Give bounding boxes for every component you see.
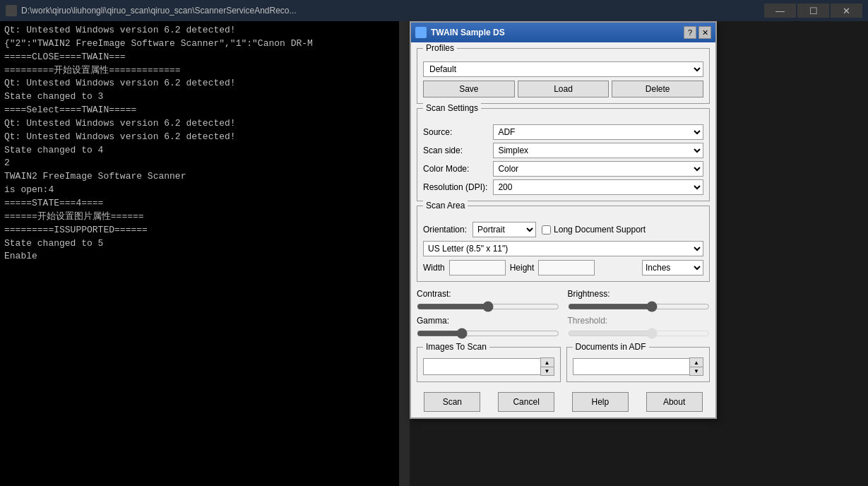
long-doc-label: Long Document Support xyxy=(542,225,646,235)
twain-dialog: TWAIN Sample DS ? ✕ Profiles Default Sav… xyxy=(410,21,717,419)
scan-area-legend: Scan Area xyxy=(423,201,468,211)
scan-area-section: Scan Area Orientation: Portrait Landscap… xyxy=(417,206,710,282)
about-button[interactable]: About xyxy=(646,392,703,412)
sliders-section: Contrast: Brightness: Gamma: Threshold: xyxy=(417,286,710,343)
orientation-select[interactable]: Portrait Landscape xyxy=(472,222,536,237)
gamma-label: Gamma: xyxy=(417,316,559,326)
dialog-title-bar: TWAIN Sample DS ? ✕ xyxy=(411,23,715,42)
dialog-help-button[interactable]: ? xyxy=(684,26,696,39)
width-label: Width xyxy=(423,263,445,273)
source-label: Source: xyxy=(423,127,487,137)
documents-in-adf-down[interactable]: ▼ xyxy=(690,367,703,375)
contrast-group: Contrast: xyxy=(417,289,559,313)
images-to-scan-spinners: ▲ ▼ xyxy=(540,357,554,376)
unit-select[interactable]: Inches Centimeters Pixels xyxy=(642,260,703,275)
minimize-button[interactable]: — xyxy=(764,4,796,18)
threshold-label: Threshold: xyxy=(568,316,711,326)
dialog-title-text: TWAIN Sample DS xyxy=(431,28,679,37)
dialog-close-button[interactable]: ✕ xyxy=(698,26,711,39)
maximize-button[interactable]: ☐ xyxy=(797,4,829,18)
title-bar-text: D:\work\qiruo\liuhongli\qiruo_scan\qiruo… xyxy=(21,6,760,16)
documents-in-adf-input[interactable]: 2 xyxy=(573,358,690,375)
wh-row: Width 8.5 Height 11 Inches Centimeters P… xyxy=(423,260,703,275)
source-select[interactable]: ADF Flatbed xyxy=(493,124,703,140)
color-mode-label: Color Mode: xyxy=(423,164,487,174)
scan-settings-section: Scan Settings Source: ADF Flatbed Scan s… xyxy=(417,108,710,201)
profiles-section: Profiles Default Save Load Delete xyxy=(417,48,710,104)
orientation-label: Orientation: xyxy=(423,225,467,235)
scan-side-select[interactable]: Simplex Duplex xyxy=(493,143,703,158)
resolution-select[interactable]: 100 150 200 300 400 600 xyxy=(493,179,703,195)
scan-side-label: Scan side: xyxy=(423,146,487,155)
dialog-body: Profiles Default Save Load Delete xyxy=(411,42,715,388)
profiles-content: Default Save Load Delete xyxy=(423,59,703,97)
title-bar-controls: — ☐ ✕ xyxy=(764,4,862,18)
brightness-slider[interactable] xyxy=(568,300,711,313)
contrast-label: Contrast: xyxy=(417,289,559,299)
main-area: Qt: Untested Windows version 6.2 detecte… xyxy=(0,21,868,486)
load-button[interactable]: Load xyxy=(518,81,610,97)
brightness-label: Brightness: xyxy=(568,289,711,299)
cancel-button[interactable]: Cancel xyxy=(498,392,554,412)
color-mode-select[interactable]: Color Grayscale Black & White xyxy=(493,161,703,177)
images-to-scan-input-row: -1 ▲ ▼ xyxy=(423,357,554,376)
resolution-label: Resolution (DPI): xyxy=(423,182,487,192)
documents-in-adf-input-row: 2 ▲ ▼ xyxy=(573,357,704,376)
dialog-title-controls: ? ✕ xyxy=(684,26,711,39)
close-button[interactable]: ✕ xyxy=(831,4,862,18)
scan-area-content: Orientation: Portrait Landscape Long Doc… xyxy=(423,216,703,275)
documents-in-adf-up[interactable]: ▲ xyxy=(690,358,703,367)
scrollbar[interactable] xyxy=(399,21,410,486)
dialog-wrapper: TWAIN Sample DS ? ✕ Profiles Default Sav… xyxy=(410,21,868,486)
terminal-pane: Qt: Untested Windows version 6.2 detecte… xyxy=(0,21,399,486)
gamma-slider[interactable] xyxy=(417,327,559,340)
images-to-scan-down[interactable]: ▼ xyxy=(541,367,554,375)
orientation-row: Orientation: Portrait Landscape Long Doc… xyxy=(423,222,703,237)
help-button[interactable]: Help xyxy=(572,392,629,412)
scan-settings-grid: Source: ADF Flatbed Scan side: Simplex D… xyxy=(423,119,703,195)
gamma-group: Gamma: xyxy=(417,316,559,340)
images-to-scan-legend: Images To Scan xyxy=(423,342,489,352)
long-doc-checkbox[interactable] xyxy=(542,225,551,235)
profiles-legend: Profiles xyxy=(423,43,457,53)
app-icon xyxy=(6,5,17,16)
threshold-slider[interactable] xyxy=(568,327,711,340)
images-to-scan-input[interactable]: -1 xyxy=(423,358,540,375)
dialog-icon xyxy=(415,27,427,38)
threshold-group: Threshold: xyxy=(568,316,711,340)
height-label: Height xyxy=(510,263,535,273)
save-button[interactable]: Save xyxy=(423,81,515,97)
documents-in-adf-legend: Documents in ADF xyxy=(573,342,649,352)
height-input[interactable]: 11 xyxy=(538,260,595,275)
contrast-slider[interactable] xyxy=(417,300,559,313)
images-to-scan-group: Images To Scan -1 ▲ ▼ xyxy=(417,347,561,382)
dialog-footer: Scan Cancel Help About xyxy=(411,388,715,417)
profiles-select[interactable]: Default xyxy=(423,61,703,77)
bottom-spinners: Images To Scan -1 ▲ ▼ Documents in ADF xyxy=(417,347,710,382)
documents-in-adf-group: Documents in ADF 2 ▲ ▼ xyxy=(566,347,711,382)
brightness-group: Brightness: xyxy=(568,289,711,313)
scan-button[interactable]: Scan xyxy=(424,392,480,412)
delete-button[interactable]: Delete xyxy=(612,81,703,97)
scan-settings-legend: Scan Settings xyxy=(423,103,481,113)
title-bar: D:\work\qiruo\liuhongli\qiruo_scan\qiruo… xyxy=(0,0,868,21)
width-input[interactable]: 8.5 xyxy=(449,260,506,275)
documents-in-adf-spinners: ▲ ▼ xyxy=(689,357,703,376)
profiles-buttons: Save Load Delete xyxy=(423,81,703,97)
images-to-scan-up[interactable]: ▲ xyxy=(541,358,554,367)
paper-size-select[interactable]: US Letter (8.5" x 11") A4 Legal xyxy=(423,241,703,256)
